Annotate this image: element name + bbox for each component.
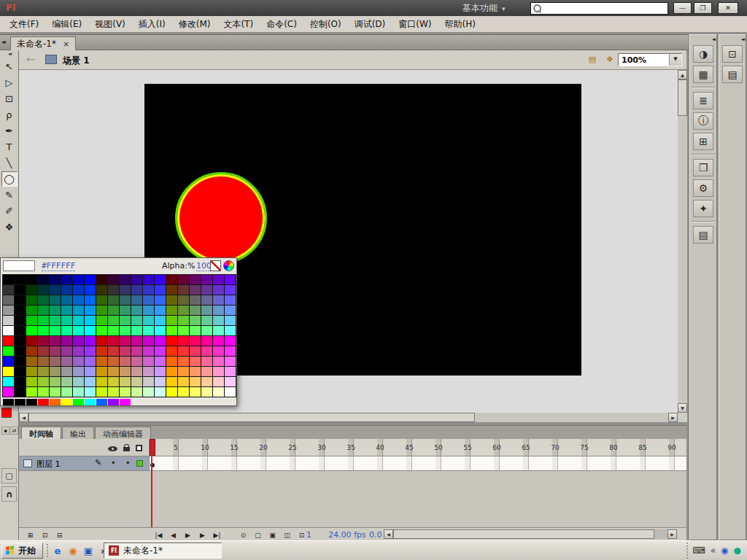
close-button[interactable]: ✕ xyxy=(718,2,738,14)
zoom-dropdown-button[interactable]: ▼ xyxy=(669,54,681,66)
palette-swatch[interactable] xyxy=(225,285,236,295)
onion-skin-button[interactable]: ▢ xyxy=(251,529,265,541)
palette-swatch[interactable] xyxy=(26,336,37,346)
palette-swatch[interactable] xyxy=(26,316,37,325)
palette-swatch[interactable] xyxy=(96,316,107,325)
menu-item-window[interactable]: 窗口(W) xyxy=(392,16,438,33)
palette-swatch[interactable] xyxy=(213,387,224,397)
swatches-panel-icon[interactable]: ▦ xyxy=(693,66,713,83)
palette-swatch[interactable] xyxy=(15,326,26,335)
palette-swatch[interactable] xyxy=(213,285,224,295)
palette-swatch[interactable] xyxy=(155,306,166,315)
palette-swatch[interactable] xyxy=(155,367,166,376)
palette-swatch[interactable] xyxy=(61,346,72,356)
palette-swatch[interactable] xyxy=(201,306,212,315)
palette-swatch[interactable] xyxy=(108,346,119,356)
taskbar-task-button[interactable]: Fl 未命名-1* xyxy=(104,542,222,559)
palette-swatch[interactable] xyxy=(190,275,201,284)
palette-swatch[interactable] xyxy=(50,399,61,405)
palette-swatch[interactable] xyxy=(61,336,72,346)
palette-swatch[interactable] xyxy=(50,285,61,295)
palette-swatch[interactable] xyxy=(108,336,119,346)
ie-quicklaunch-icon[interactable]: e xyxy=(51,543,64,558)
palette-swatch[interactable] xyxy=(155,285,166,295)
menu-item-commands[interactable]: 命令(C) xyxy=(260,16,303,33)
playhead-marker[interactable] xyxy=(150,439,155,456)
components-panel-icon[interactable]: ⚙ xyxy=(693,179,713,197)
frame-ruler[interactable]: 51015202530354045505560657075808590 xyxy=(150,439,686,456)
palette-swatch[interactable] xyxy=(3,346,14,356)
palette-swatch[interactable] xyxy=(61,306,72,315)
palette-swatch[interactable] xyxy=(50,295,61,305)
vertical-scroll-thumb[interactable] xyxy=(678,79,687,116)
palette-swatch[interactable] xyxy=(85,275,96,284)
timeline-scroll-thumb[interactable] xyxy=(393,529,654,539)
palette-swatch[interactable] xyxy=(50,275,61,284)
palette-swatch[interactable] xyxy=(225,357,236,366)
palette-swatch[interactable] xyxy=(38,336,49,346)
palette-swatch[interactable] xyxy=(73,387,84,397)
palette-swatch[interactable] xyxy=(3,387,14,397)
palette-swatch[interactable] xyxy=(131,306,142,315)
palette-swatch[interactable] xyxy=(178,285,189,295)
palette-swatch[interactable] xyxy=(15,316,26,325)
palette-swatch[interactable] xyxy=(38,316,49,325)
palette-swatch[interactable] xyxy=(3,399,14,405)
palette-swatch[interactable] xyxy=(213,295,224,305)
palette-swatch[interactable] xyxy=(155,295,166,305)
palette-swatch[interactable] xyxy=(190,285,201,295)
palette-swatch[interactable] xyxy=(38,357,49,366)
layer-name[interactable]: 图层 1 xyxy=(36,459,61,470)
palette-swatch[interactable] xyxy=(26,399,37,405)
palette-swatch[interactable] xyxy=(73,336,84,346)
palette-swatch[interactable] xyxy=(143,336,154,346)
palette-swatch[interactable] xyxy=(50,346,61,356)
info-panel-icon[interactable]: ⓘ xyxy=(693,112,713,130)
palette-swatch[interactable] xyxy=(50,387,61,397)
palette-swatch[interactable] xyxy=(85,336,96,346)
palette-swatch[interactable] xyxy=(225,306,236,315)
timeline-scroll-left-button[interactable]: ◀ xyxy=(384,529,393,539)
palette-swatch[interactable] xyxy=(120,357,131,366)
palette-swatch[interactable] xyxy=(3,377,14,386)
dock-collapse-button[interactable]: ◂◂ xyxy=(719,35,746,44)
layer-frames-track[interactable] xyxy=(150,456,686,471)
palette-swatch[interactable] xyxy=(166,387,177,397)
palette-swatch[interactable] xyxy=(85,326,96,335)
palette-swatch[interactable] xyxy=(26,367,37,376)
palette-swatch[interactable] xyxy=(143,295,154,305)
palette-swatch[interactable] xyxy=(143,326,154,335)
palette-swatch[interactable] xyxy=(120,285,131,295)
new-layer-button[interactable]: ⊞ xyxy=(23,529,37,541)
palette-swatch[interactable] xyxy=(143,346,154,356)
palette-swatch[interactable] xyxy=(143,387,154,397)
palette-swatch[interactable] xyxy=(15,285,26,295)
palette-swatch[interactable] xyxy=(61,399,72,405)
palette-swatch[interactable] xyxy=(178,275,189,284)
palette-swatch[interactable] xyxy=(26,357,37,366)
pencil-tool[interactable]: ✎ xyxy=(1,187,18,203)
palette-swatch[interactable] xyxy=(15,306,26,315)
layer-lock-dot[interactable]: • xyxy=(125,458,131,467)
palette-swatch[interactable] xyxy=(38,275,49,284)
palette-swatch[interactable] xyxy=(61,357,72,366)
horizontal-scrollbar[interactable]: ◀ ▶ xyxy=(19,413,678,422)
palette-swatch[interactable] xyxy=(96,367,107,376)
palette-swatch[interactable] xyxy=(120,387,131,397)
palette-swatch[interactable] xyxy=(61,316,72,325)
palette-swatch[interactable] xyxy=(61,387,72,397)
step-forward-button[interactable]: ▶ xyxy=(196,529,209,541)
palette-swatch[interactable] xyxy=(50,316,61,325)
hex-color-value[interactable]: #FFFFFF xyxy=(42,261,75,271)
palette-swatch[interactable] xyxy=(85,316,96,325)
palette-swatch[interactable] xyxy=(213,336,224,346)
palette-swatch[interactable] xyxy=(26,285,37,295)
palette-swatch[interactable] xyxy=(190,316,201,325)
palette-swatch[interactable] xyxy=(73,346,84,356)
palette-swatch[interactable] xyxy=(166,316,177,325)
palette-swatch[interactable] xyxy=(201,326,212,335)
palette-swatch[interactable] xyxy=(131,336,142,346)
outline-layers-icon[interactable] xyxy=(136,445,142,451)
palette-swatch[interactable] xyxy=(190,295,201,305)
palette-swatch[interactable] xyxy=(190,357,201,366)
